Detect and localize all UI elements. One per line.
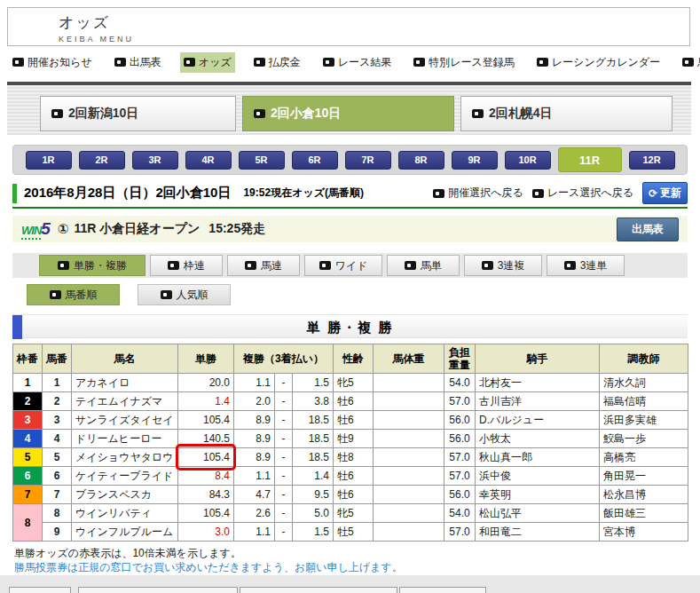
bullet-icon — [323, 58, 334, 67]
sex-age-cell: 牡5 — [334, 523, 374, 542]
race-tab-3r[interactable]: 3R — [132, 151, 178, 170]
race-tab-12r[interactable]: 12R — [629, 151, 675, 170]
nav-item-5-label: 特別レース登録馬 — [429, 55, 515, 70]
bullet-icon — [51, 109, 63, 118]
place-low-cell: 2.0 — [234, 392, 275, 411]
nav-item-6[interactable]: レーシングカレンダー — [533, 52, 664, 73]
nav-item-6-label: レーシングカレンダー — [552, 55, 660, 70]
weight-cell — [374, 448, 444, 467]
table-header-row: 枠番 馬番 馬名 単勝 複勝（3着払い） 性齢 馬体重 負担重量 騎手 調教師 — [13, 344, 688, 374]
nav-item-0[interactable]: 開催お知らせ — [9, 52, 96, 73]
race-tab-2r[interactable]: 2R — [79, 151, 125, 170]
page-title: オッズ — [59, 12, 689, 33]
race-tab-1r[interactable]: 1R — [26, 151, 72, 170]
meeting-tab-2[interactable]: 2回札幌4日 — [460, 96, 672, 131]
weight-cell — [374, 523, 444, 542]
nav-item-5[interactable]: 特別レース登録馬 — [410, 52, 518, 73]
page-header: オッズ KEIBA MENU — [7, 7, 690, 46]
race-tab-7r[interactable]: 7R — [345, 151, 391, 170]
sort-tab-1[interactable]: 人気順 — [138, 284, 231, 305]
horse-name-cell: ウインリバティ — [72, 504, 178, 523]
dash-cell: - — [275, 486, 293, 504]
win-odds-cell: 8.4 — [178, 467, 234, 486]
nav-item-4[interactable]: レース結果 — [319, 52, 396, 73]
nav-item-3[interactable]: 払戻金 — [250, 52, 304, 73]
race-tab-9r[interactable]: 9R — [452, 151, 498, 170]
cutoff-button[interactable] — [9, 587, 71, 593]
bet-tab-0[interactable]: 単勝・複勝 — [39, 255, 146, 276]
win-odds-cell: 1.4 — [178, 392, 234, 411]
race-tab-8r[interactable]: 8R — [398, 151, 444, 170]
cutoff-button[interactable] — [78, 587, 238, 593]
horse-name-cell: ウインフルブルーム — [72, 523, 178, 542]
meeting-tab-1[interactable]: 2回小倉10日 — [242, 96, 454, 131]
uma-number-cell: 8 — [43, 504, 72, 523]
bet-tab-1[interactable]: 枠連 — [150, 255, 223, 276]
place-low-cell: 8.9 — [234, 448, 275, 467]
bet-tab-6[interactable]: 3連単 — [547, 255, 625, 276]
bullet-icon — [254, 109, 265, 118]
race-tab-5r[interactable]: 5R — [239, 151, 285, 170]
weight-cell — [374, 486, 444, 504]
cutoff-button[interactable] — [399, 587, 486, 593]
sort-tabs: 馬番順人気順 — [27, 284, 231, 305]
bet-tab-3[interactable]: ワイド — [304, 255, 382, 276]
race-tab-6r[interactable]: 6R — [292, 151, 338, 170]
horse-name-cell: サンライズタイセイ — [72, 411, 178, 430]
nav-item-1-label: 出馬表 — [130, 55, 161, 70]
race-tab-4r[interactable]: 4R — [185, 151, 232, 170]
sort-tab-0[interactable]: 馬番順 — [27, 284, 120, 305]
place-low-cell: 8.9 — [234, 411, 275, 430]
header-jockey: 騎手 — [476, 344, 600, 374]
bullet-icon — [532, 189, 544, 198]
sex-age-cell: 牡6 — [334, 467, 374, 486]
uma-number-cell: 6 — [43, 467, 72, 486]
page-subtitle: KEIBA MENU — [59, 35, 689, 43]
jockey-cell: 浜中俊 — [476, 467, 600, 486]
back-link-0-label: 開催選択へ戻る — [448, 186, 523, 201]
bullet-icon — [682, 58, 694, 67]
load-cell: 57.0 — [444, 448, 476, 467]
uma-number-cell: 1 — [43, 374, 72, 392]
uma-number-cell: 9 — [43, 523, 72, 542]
entries-button[interactable]: 出馬表 — [617, 217, 679, 241]
place-high-cell: 9.5 — [293, 486, 334, 504]
back-link-0[interactable]: 開催選択へ戻る — [433, 186, 523, 201]
weight-cell — [374, 467, 444, 486]
bet-tab-4[interactable]: 馬単 — [387, 255, 460, 276]
win5-race-name: 11R 小倉日経オープン — [75, 221, 201, 237]
bullet-icon — [472, 109, 484, 118]
bullet-icon — [12, 58, 24, 67]
race-tab-11r[interactable]: 11R — [558, 147, 622, 172]
bullet-icon — [564, 261, 576, 270]
meeting-tab-0[interactable]: 2回新潟10日 — [40, 96, 236, 131]
refresh-button[interactable]: ⟳ 更新 — [642, 182, 688, 204]
load-cell: 56.0 — [444, 411, 476, 430]
nav-item-1[interactable]: 出馬表 — [111, 52, 165, 73]
bet-tab-5[interactable]: 3連複 — [464, 255, 542, 276]
jockey-cell: 北村友一 — [476, 374, 600, 392]
jockey-cell: 松山弘平 — [476, 504, 600, 523]
weight-cell — [374, 374, 444, 392]
trainer-cell: 松永昌博 — [600, 486, 688, 504]
dash-cell: - — [275, 411, 293, 430]
back-link-1[interactable]: レース選択へ戻る — [532, 186, 633, 201]
race-tab-10r[interactable]: 10R — [505, 151, 551, 170]
bullet-icon — [245, 261, 256, 270]
nav-item-7[interactable]: 馬場情報 — [679, 52, 700, 73]
nav-item-2[interactable]: オッズ — [180, 52, 235, 73]
weight-cell — [374, 430, 444, 448]
win-odds-cell: 3.0 — [178, 523, 234, 542]
weight-cell — [374, 504, 444, 523]
uma-number-cell: 5 — [43, 448, 72, 467]
dash-cell: - — [275, 523, 293, 542]
header-sex-age: 性齢 — [334, 344, 374, 374]
note-line: 勝馬投票券は正規の窓口でお買い求めいただきますよう、お願い申し上げます。 — [14, 560, 403, 574]
bet-tab-2[interactable]: 馬連 — [227, 255, 300, 276]
bet-tab-3-label: ワイド — [335, 258, 368, 273]
nav-item-4-label: レース結果 — [338, 55, 392, 70]
jockey-cell: 幸英明 — [476, 486, 600, 504]
uma-number-cell: 2 — [43, 392, 72, 411]
cutoff-button[interactable] — [240, 587, 397, 593]
waku-cell: 3 — [13, 411, 43, 430]
